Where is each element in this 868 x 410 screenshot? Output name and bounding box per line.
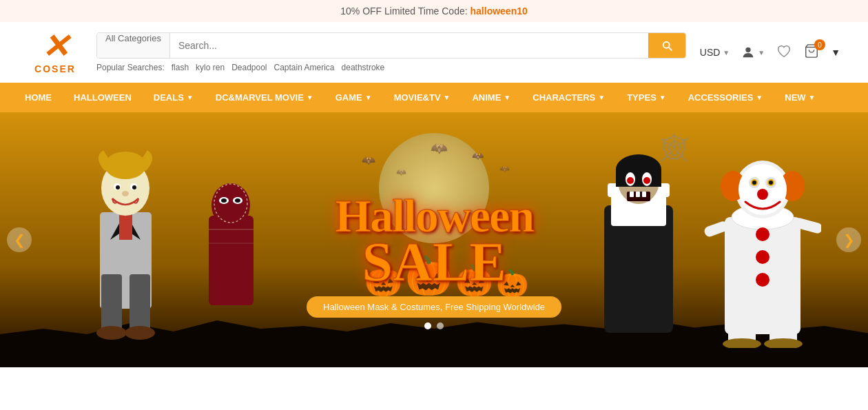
search-area: All Categories Popular Searches: flash k…: [96, 32, 686, 72]
nav-anime[interactable]: ANIME ▼: [461, 83, 521, 112]
nav-types-arrow: ▼: [659, 94, 666, 101]
nav-dc-arrow: ▼: [307, 94, 313, 101]
svg-point-15: [132, 185, 136, 189]
banner-text: 10% OFF Limited Time Code:: [340, 6, 470, 17]
svg-point-44: [756, 273, 769, 287]
nav-new[interactable]: NEW ▼: [774, 83, 826, 112]
svg-point-60: [769, 181, 773, 185]
mask-character: [198, 174, 264, 319]
svg-point-61: [757, 189, 768, 200]
carousel-dots: [424, 322, 444, 329]
svg-point-35: [643, 177, 650, 184]
nav-movietv-arrow: ▼: [444, 94, 451, 101]
carousel-next-button[interactable]: ❯: [836, 227, 861, 252]
category-select[interactable]: All Categories: [97, 33, 170, 58]
header: ✕ COSER All Categories Popular Searches:…: [0, 22, 868, 83]
svg-point-16: [122, 191, 129, 196]
search-term-captainamerica[interactable]: Captain America: [274, 63, 335, 72]
cart-button[interactable]: 0: [803, 43, 820, 61]
search-bar: All Categories: [96, 32, 686, 59]
promo-code: halloween10: [471, 6, 528, 17]
nav-deals[interactable]: DEALS ▼: [143, 83, 205, 112]
svg-point-43: [756, 250, 769, 264]
search-button[interactable]: [648, 33, 685, 58]
joker-svg: [72, 123, 179, 343]
currency-selector[interactable]: USD ▼: [700, 47, 730, 58]
hero-banner: 🦇 🦇 🦇 🦇 🦇 🕸 🎃 🎃 🎃 🎃 Halloween SALE Hallo…: [0, 112, 868, 367]
search-input[interactable]: [170, 33, 648, 58]
halloween-sale-text: Halloween SALE Halloween Mask & Costumes…: [307, 195, 561, 318]
svg-rect-31: [616, 170, 661, 187]
nav-game[interactable]: GAME ▼: [324, 83, 383, 112]
pennywise-svg: [704, 121, 821, 348]
svg-rect-7: [130, 274, 150, 333]
svg-point-59: [752, 181, 756, 185]
arrow-right-icon: ❯: [843, 232, 855, 248]
carousel-prev-button[interactable]: ❮: [7, 227, 32, 252]
search-term-kyloren[interactable]: kylo ren: [196, 63, 225, 72]
svg-rect-37: [630, 192, 634, 197]
logo-letter: ✕: [41, 30, 69, 63]
account-chevron-icon: ▼: [758, 49, 765, 57]
popular-searches: Popular Searches: flash kylo ren Deadpoo…: [96, 63, 686, 72]
nav-accessories[interactable]: ACCESSORIES ▼: [677, 83, 774, 112]
bat-icon: 🦇: [396, 167, 406, 177]
main-navigation: HOME HALLOWEEN DEALS ▼ DC&MARVEL MOVIE ▼…: [0, 83, 868, 112]
nav-anime-arrow: ▼: [504, 94, 510, 101]
nun-character: [594, 136, 683, 333]
arrow-left-icon: ❮: [14, 232, 25, 248]
search-term-deathstroke[interactable]: deathstroke: [342, 63, 385, 72]
pennywise-character: [704, 121, 821, 348]
svg-point-34: [627, 177, 634, 184]
svg-point-8: [96, 326, 127, 340]
carousel-dot-2[interactable]: [437, 322, 444, 329]
logo[interactable]: ✕ COSER: [28, 30, 83, 74]
nav-deals-arrow: ▼: [187, 94, 194, 101]
search-term-deadpool[interactable]: Deadpool: [231, 63, 267, 72]
svg-rect-39: [642, 192, 646, 197]
svg-point-18: [211, 183, 250, 227]
svg-point-22: [221, 198, 227, 203]
free-shipping-button[interactable]: Halloween Mask & Costumes, Free Shipping…: [307, 296, 561, 318]
svg-point-23: [235, 198, 240, 203]
joker-character: [72, 123, 179, 343]
svg-point-0: [746, 48, 751, 52]
svg-rect-6: [101, 274, 122, 333]
nav-characters-arrow: ▼: [598, 94, 605, 101]
bat-icon: 🦇: [472, 150, 484, 161]
currency-label: USD: [700, 47, 721, 58]
bat-icon: 🦇: [499, 164, 510, 174]
sale-title: SALE: [307, 237, 561, 287]
nav-home[interactable]: HOME: [14, 83, 63, 112]
cart-badge: 0: [814, 39, 825, 50]
nav-dc-marvel[interactable]: DC&MARVEL MOVIE ▼: [205, 83, 324, 112]
search-icon: [661, 39, 673, 52]
logo-name: COSER: [34, 63, 76, 74]
carousel-dot-1[interactable]: [424, 322, 431, 329]
nav-game-arrow: ▼: [365, 94, 372, 101]
bat-icon: 🦇: [431, 140, 448, 156]
mask-svg: [198, 174, 264, 319]
header-right: USD ▼ ▼ 0 ▼: [700, 43, 840, 62]
nav-types[interactable]: TYPES ▼: [616, 83, 677, 112]
nav-movietv[interactable]: MOVIE&TV ▼: [383, 83, 462, 112]
currency-chevron-icon: ▼: [723, 49, 730, 57]
nav-characters[interactable]: CHARACTERS ▼: [521, 83, 616, 112]
account-button[interactable]: ▼: [741, 45, 765, 60]
wishlist-button[interactable]: [776, 43, 792, 62]
nav-new-arrow: ▼: [809, 94, 816, 101]
nav-halloween[interactable]: HALLOWEEN: [63, 83, 143, 112]
account-icon: [741, 45, 756, 60]
heart-icon: [776, 43, 792, 59]
more-options-icon[interactable]: ▼: [831, 47, 840, 58]
svg-point-42: [756, 227, 769, 241]
svg-point-14: [116, 185, 120, 189]
search-term-flash[interactable]: flash: [172, 63, 189, 72]
svg-rect-38: [636, 192, 640, 197]
nun-svg: [594, 136, 683, 333]
svg-rect-5: [119, 212, 132, 240]
svg-point-9: [125, 326, 155, 340]
popular-label: Popular Searches:: [96, 63, 165, 72]
halloween-title: Halloween: [307, 195, 561, 237]
top-banner: 10% OFF Limited Time Code: halloween10: [0, 0, 868, 22]
